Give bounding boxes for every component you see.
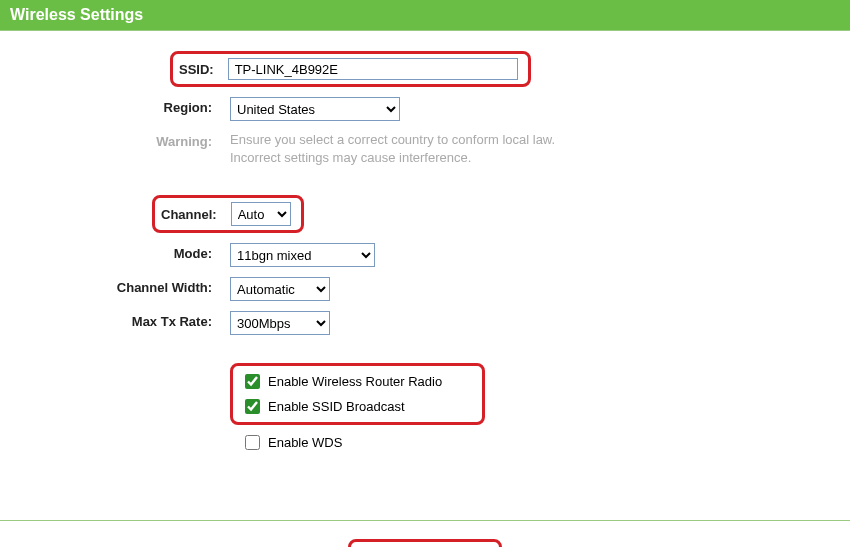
region-select[interactable]: United States [230, 97, 400, 121]
channel-highlight: Channel: Auto [152, 195, 304, 233]
channel-select[interactable]: Auto [231, 202, 291, 226]
ssid-input[interactable] [228, 58, 518, 80]
save-highlight: Save [348, 539, 502, 547]
enable-ssid-checkbox[interactable] [245, 399, 260, 414]
channel-label: Channel: [161, 207, 231, 222]
region-label: Region: [0, 97, 230, 115]
enable-wds-label: Enable WDS [268, 435, 342, 450]
checkbox-highlight: Enable Wireless Router Radio Enable SSID… [230, 363, 485, 425]
divider [0, 520, 850, 521]
channel-width-label: Channel Width: [0, 277, 230, 295]
warning-line1: Ensure you select a correct country to c… [230, 132, 555, 147]
enable-ssid-label: Enable SSID Broadcast [268, 399, 405, 414]
channel-width-select[interactable]: Automatic [230, 277, 330, 301]
ssid-label: SSID: [179, 62, 228, 77]
settings-form: SSID: Region: United States Warning: Ens… [0, 31, 850, 500]
warning-line2: Incorrect settings may cause interferenc… [230, 150, 471, 165]
ssid-highlight: SSID: [170, 51, 531, 87]
enable-radio-label: Enable Wireless Router Radio [268, 374, 442, 389]
save-area: Save [0, 533, 850, 547]
enable-radio-checkbox[interactable] [245, 374, 260, 389]
warning-text: Ensure you select a correct country to c… [230, 131, 555, 167]
mode-select[interactable]: 11bgn mixed [230, 243, 375, 267]
warning-label: Warning: [0, 131, 230, 149]
max-tx-label: Max Tx Rate: [0, 311, 230, 329]
page-title: Wireless Settings [0, 0, 850, 30]
mode-label: Mode: [0, 243, 230, 261]
enable-wds-checkbox[interactable] [245, 435, 260, 450]
max-tx-select[interactable]: 300Mbps [230, 311, 330, 335]
